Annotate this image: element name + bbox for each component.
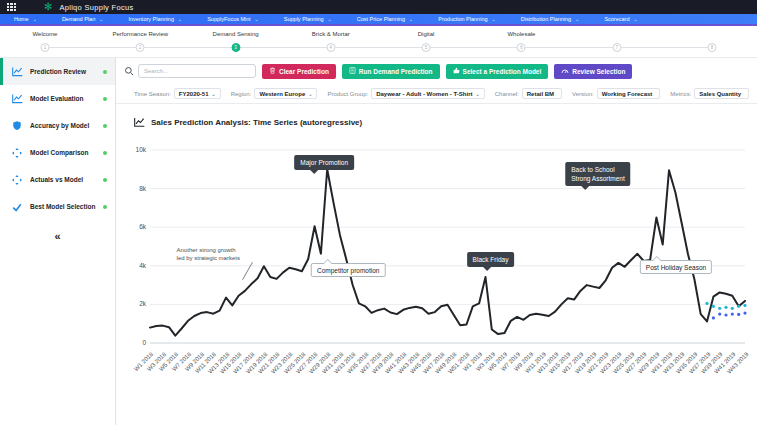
x-axis-labels: W1 2018W3 2018W5 2018W7 2018W9 2018W11 2… — [150, 347, 745, 402]
filter-value: Sales Quantity — [699, 91, 741, 97]
stepper-step-circle[interactable]: 6 — [517, 43, 526, 52]
chevron-down-icon: ⌄ — [328, 16, 332, 22]
menu-item-label: Scorecard — [604, 16, 629, 22]
apliqo-logo-icon: ✻ — [44, 2, 52, 12]
shield-icon — [12, 120, 23, 131]
search-box — [124, 64, 256, 78]
filter-value-dropdown[interactable]: Working Forecast — [597, 88, 661, 99]
menu-item[interactable]: Scorecard ⌄ — [596, 16, 654, 22]
line-chart-icon — [134, 117, 145, 128]
toolbar-button-label: Select a Prediction Model — [463, 68, 542, 75]
menu-item[interactable]: Supply Planning ⌄ — [276, 16, 349, 22]
menu-item-label: Cost Price Planning — [357, 16, 405, 22]
sidebar-item-label: Actuals vs Model — [30, 176, 96, 183]
filter-value: FY2020-51 — [179, 91, 209, 97]
stepper-step-circle[interactable]: 7 — [612, 43, 621, 52]
y-tick-label: 8k — [120, 185, 146, 192]
status-dot-icon — [103, 70, 107, 74]
menu-item[interactable]: Distribution Planning ⌄ — [513, 16, 597, 22]
toolbar-button[interactable]: Clear Prediction — [262, 64, 336, 79]
sidebar-item[interactable]: Accuracy by Model — [0, 112, 115, 139]
chart-card: Sales Prediction Analysis: Time Series (… — [116, 104, 757, 425]
menu-item-label: Inventory Planning — [128, 16, 174, 22]
y-tick-label: 0 — [120, 339, 146, 346]
search-input[interactable] — [138, 64, 256, 78]
chevron-down-icon: ⌄ — [492, 16, 496, 22]
menu-item-label: SupplyFocus Mini — [207, 16, 250, 22]
menu-item-label: Production Planning — [438, 16, 487, 22]
sidebar-item[interactable]: Actuals vs Model — [0, 166, 115, 193]
chevron-down-icon: ⌄ — [99, 16, 103, 22]
filter-group: Channel: Retail BM — [495, 88, 562, 99]
chevron-down-icon: ⌄ — [308, 91, 312, 97]
stepper-step-circle[interactable]: 2 — [136, 43, 145, 52]
chevron-down-icon: ⌄ — [476, 91, 480, 97]
top-app-bar: ✻ Apliqo Supply Focus — [0, 0, 757, 14]
filter-value: Western Europe — [259, 91, 305, 97]
menu-item[interactable]: Cost Price Planning ⌄ — [349, 16, 431, 22]
filter-label: Region: — [231, 91, 252, 97]
filter-value-dropdown[interactable]: Daywear - Adult - Women - T-Shirt ⌄ — [371, 88, 485, 99]
sidebar-item-label: Prediction Review — [30, 68, 96, 75]
menu-item[interactable]: Inventory Planning ⌄ — [120, 16, 199, 22]
toolbar-button[interactable]: Select a Prediction Model — [446, 64, 549, 79]
chevron-down-icon: ⌄ — [575, 16, 579, 22]
sidebar-item[interactable]: Prediction Review — [0, 58, 115, 85]
main-content: Clear Prediction Run Demand Prediction S… — [116, 58, 757, 425]
prediction-model-a-point — [712, 305, 715, 308]
filter-value: Daywear - Adult - Women - T-Shirt — [376, 91, 472, 97]
prediction-model-a-point — [731, 307, 734, 310]
stepper-step-circle[interactable]: 1 — [41, 43, 50, 52]
stepper-step-circle[interactable]: 5 — [422, 43, 431, 52]
toolbar-button-label: Review Selection — [572, 68, 625, 75]
chevron-down-icon: ⌄ — [178, 16, 182, 22]
compare-icon — [12, 174, 23, 185]
line-chart-icon — [12, 93, 23, 104]
filter-value-dropdown[interactable]: Western Europe ⌄ — [254, 88, 317, 99]
sidebar-item[interactable]: Best Model Selection — [0, 193, 115, 220]
prediction-model-a-point — [718, 307, 721, 310]
filter-group: Time Season: FY2020-51 ⌄ — [134, 88, 221, 99]
chart-plot-area[interactable]: 02k4k6k8k10k Another strong growth led b… — [150, 150, 745, 343]
filter-value-dropdown[interactable]: Sales Quantity — [694, 88, 749, 99]
filter-group: Region: Western Europe ⌄ — [231, 88, 318, 99]
stepper-step-label: Brick & Mortar — [312, 31, 350, 37]
chevron-down-icon: ⌄ — [255, 16, 259, 22]
prediction-model-b-point — [731, 313, 734, 316]
app-grid-icon[interactable] — [7, 3, 16, 12]
sidebar: Prediction Review Model Evaluation Accur… — [0, 58, 116, 425]
toolbar-button[interactable]: Run Demand Prediction — [342, 64, 440, 79]
menu-item[interactable]: SupplyFocus Mini ⌄ — [199, 16, 276, 22]
menu-item[interactable]: Home ⌄ — [6, 16, 54, 22]
filter-label: Version: — [572, 91, 594, 97]
menu-item[interactable]: Production Planning ⌄ — [430, 16, 512, 22]
stepper-step-circle[interactable]: 4 — [326, 43, 335, 52]
wizard-stepper: Welcome 1 Performance Review 2 Demand Se… — [0, 26, 757, 58]
chart-annotation: Competitor promotion — [311, 263, 386, 277]
y-tick-label: 6k — [120, 223, 146, 230]
prediction-model-b-point — [712, 316, 715, 319]
collapse-sidebar-icon[interactable]: « — [0, 230, 115, 242]
filter-group: Product Group: Daywear - Adult - Women -… — [327, 88, 484, 99]
filter-value-dropdown[interactable]: Retail BM — [522, 88, 562, 99]
filter-group: Version: Working Forecast — [572, 88, 660, 99]
trash-icon — [269, 67, 276, 75]
menu-item-label: Home — [14, 16, 29, 22]
status-dot-icon — [103, 178, 107, 182]
menu-item[interactable]: Demand Plan ⌄ — [54, 16, 121, 22]
chart-annotation: Another strong growth led by strategic m… — [177, 246, 240, 263]
sidebar-item-label: Accuracy by Model — [30, 122, 96, 129]
stepper-step-circle[interactable]: 3 — [231, 43, 240, 52]
stepper-step-circle[interactable]: 8 — [707, 43, 716, 52]
check-icon — [12, 201, 23, 212]
sidebar-item-label: Model Evaluation — [30, 95, 96, 102]
sidebar-item[interactable]: Model Comparison — [0, 139, 115, 166]
compare-icon — [12, 147, 23, 158]
toolbar-button[interactable]: Review Selection — [554, 64, 632, 79]
sidebar-item[interactable]: Model Evaluation — [0, 85, 115, 112]
chevron-down-icon: ⌄ — [409, 16, 413, 22]
filter-value-dropdown[interactable]: FY2020-51 ⌄ — [174, 88, 221, 99]
action-toolbar: Clear Prediction Run Demand Prediction S… — [116, 58, 757, 84]
stepper-step-label: Digital — [418, 31, 435, 37]
line-chart-icon — [12, 66, 23, 77]
